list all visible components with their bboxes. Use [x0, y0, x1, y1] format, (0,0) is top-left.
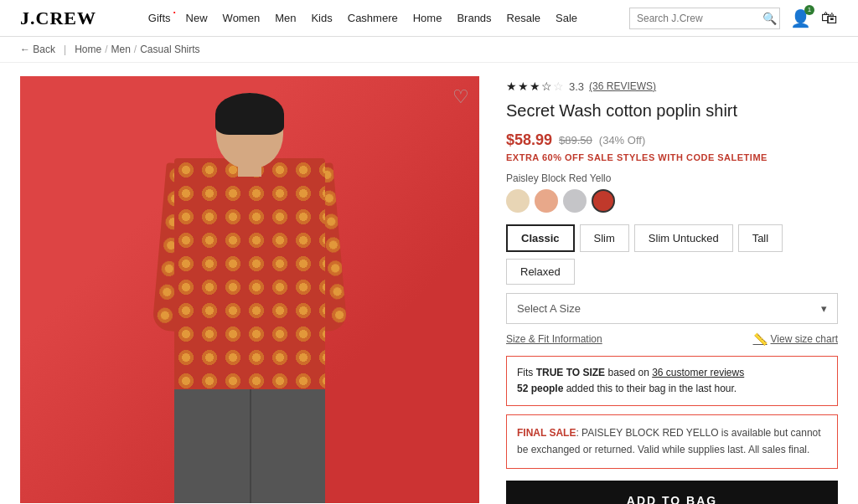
- product-model-figure: [124, 93, 375, 503]
- star-4: ☆: [541, 80, 552, 93]
- fit-tall[interactable]: Tall: [738, 224, 783, 252]
- fit-relaxed[interactable]: Relaxed: [506, 259, 575, 285]
- back-link[interactable]: ← Back: [20, 44, 55, 55]
- swatch-red[interactable]: [592, 189, 615, 213]
- chevron-down-icon: ▾: [821, 302, 827, 315]
- nav-item-kids[interactable]: Kids: [311, 12, 332, 24]
- size-chart-link[interactable]: 📏 View size chart: [753, 332, 838, 346]
- product-details: ★ ★ ★ ☆ ☆ 3.3 (36 REVIEWS) Secret Wash c…: [506, 76, 838, 504]
- people-count: 52 people: [517, 383, 563, 394]
- nav-item-men[interactable]: Men: [275, 12, 296, 24]
- fit-info-line1: Fits TRUE TO SIZE based on 36 customer r…: [517, 365, 827, 381]
- fit-classic[interactable]: Classic: [506, 224, 575, 252]
- hair: [215, 93, 284, 135]
- star-rating: ★ ★ ★ ☆ ☆: [506, 80, 564, 93]
- true-to-size-label: TRUE TO SIZE: [536, 367, 605, 378]
- color-swatches: [506, 189, 838, 213]
- product-image: [20, 76, 479, 503]
- nav-item-resale[interactable]: Resale: [507, 12, 540, 24]
- original-price: $89.50: [559, 134, 592, 147]
- add-to-bag-button[interactable]: ADD TO BAG: [506, 481, 838, 504]
- nav-item-brands[interactable]: Brands: [457, 12, 491, 24]
- color-label: Paisley Block Red Yello: [506, 172, 838, 184]
- fit-prefix: Fits: [517, 367, 536, 378]
- account-badge: 1: [804, 5, 814, 15]
- star-2: ★: [518, 80, 529, 93]
- header: J.CREW Gifts New Women Men Kids Cashmere…: [0, 0, 858, 37]
- promo-text: EXTRA 60% OFF SALE STYLES WITH CODE SALE…: [506, 152, 838, 162]
- cart-button[interactable]: 🛍: [821, 8, 838, 28]
- swatch-peach[interactable]: [535, 189, 558, 213]
- breadcrumb-men[interactable]: Men: [111, 44, 131, 55]
- rating-row: ★ ★ ★ ☆ ☆ 3.3 (36 REVIEWS): [506, 80, 838, 93]
- shirt-body: [174, 158, 325, 393]
- search-box[interactable]: 🔍: [629, 8, 780, 29]
- breadcrumb-home[interactable]: Home: [75, 44, 101, 55]
- nav-item-women[interactable]: Women: [223, 12, 261, 24]
- fit-slim[interactable]: Slim: [580, 224, 629, 252]
- pants-line: [250, 389, 251, 503]
- account-button[interactable]: 👤 1: [790, 8, 811, 28]
- neck: [238, 160, 261, 177]
- breadcrumb-sep-2: /: [134, 44, 137, 55]
- shirt-pattern: [174, 158, 325, 393]
- breadcrumb: ← Back | Home / Men / Casual Shirts: [0, 37, 858, 63]
- fit-options-row2: Relaxed: [506, 259, 838, 285]
- main-nav: Gifts New Women Men Kids Cashmere Home B…: [148, 12, 577, 24]
- nav-item-cashmere[interactable]: Cashmere: [348, 12, 398, 24]
- ruler-icon: 📏: [753, 332, 768, 346]
- nav-item-gifts[interactable]: Gifts: [148, 12, 171, 24]
- size-fit-link[interactable]: Size & Fit Information: [506, 333, 602, 345]
- fit-info-box: Fits TRUE TO SIZE based on 36 customer r…: [506, 356, 838, 406]
- swatch-cream[interactable]: [506, 189, 530, 213]
- nav-item-home[interactable]: Home: [413, 12, 442, 24]
- fit-info-line2: 52 people added this to their bag in the…: [517, 381, 827, 397]
- final-sale-label: FINAL SALE: [517, 427, 576, 439]
- pipe-separator: |: [64, 44, 66, 55]
- breadcrumb-sep-1: /: [105, 44, 107, 55]
- review-link[interactable]: (36 REVIEWS): [589, 80, 656, 92]
- search-input[interactable]: [637, 13, 762, 24]
- wishlist-button[interactable]: ♡: [452, 86, 469, 108]
- final-sale-box: FINAL SALE: PAISLEY BLOCK RED YELLO is a…: [506, 414, 838, 468]
- search-icon[interactable]: 🔍: [762, 12, 777, 25]
- fit-slim-untucked[interactable]: Slim Untucked: [634, 224, 733, 252]
- rating-value: 3.3: [569, 80, 584, 93]
- star-1: ★: [506, 80, 517, 93]
- pants: [174, 389, 325, 503]
- fit-review-link[interactable]: 36 customer reviews: [652, 367, 744, 378]
- discount-percentage: (34% Off): [599, 134, 645, 147]
- people-suffix: added this to their bag in the last hour…: [563, 383, 737, 394]
- main-content: ♡ ★ ★ ★ ☆ ☆ 3.3 (36 REVIEWS) Secret Wash…: [0, 63, 858, 504]
- fit-options: Classic Slim Slim Untucked Tall: [506, 224, 838, 252]
- size-dropdown-label: Select A Size: [517, 302, 581, 315]
- fit-middle: based on: [605, 367, 652, 378]
- header-right: 🔍 👤 1 🛍: [629, 8, 838, 29]
- price-row: $58.99 $89.50 (34% Off): [506, 131, 838, 149]
- logo[interactable]: J.CREW: [20, 8, 96, 29]
- size-dropdown[interactable]: Select A Size ▾: [506, 293, 838, 324]
- nav-item-sale[interactable]: Sale: [556, 12, 577, 24]
- size-fit-row: Size & Fit Information 📏 View size chart: [506, 332, 838, 346]
- sale-price: $58.99: [506, 131, 552, 149]
- star-3: ★: [530, 80, 540, 93]
- star-5: ☆: [553, 80, 564, 93]
- nav-item-new[interactable]: New: [186, 12, 208, 24]
- product-title: Secret Wash cotton poplin shirt: [506, 100, 838, 121]
- breadcrumb-category[interactable]: Casual Shirts: [140, 44, 199, 55]
- size-chart-label: View size chart: [771, 333, 838, 345]
- product-image-container: ♡: [20, 76, 479, 503]
- swatch-gray[interactable]: [563, 189, 587, 213]
